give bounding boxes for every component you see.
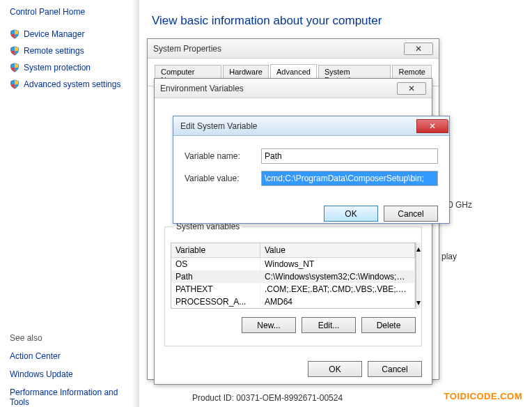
sidebar-item-advanced-settings[interactable]: Advanced system settings <box>10 79 130 89</box>
env-ok-button[interactable]: OK <box>308 361 362 377</box>
close-button[interactable]: ✕ <box>416 119 448 133</box>
edit-ok-button[interactable]: OK <box>324 206 378 222</box>
sidebar-item-label: System protection <box>24 63 91 72</box>
env-cancel-button[interactable]: Cancel <box>368 361 422 377</box>
system-properties-titlebar[interactable]: System Properties ✕ <box>148 39 439 59</box>
variable-value-input[interactable] <box>261 171 438 186</box>
system-variables-group: System variables Variable Value OSWindow… <box>164 226 422 346</box>
sidebar-item-label: Advanced system settings <box>24 79 120 89</box>
control-panel-home-link[interactable]: Control Panel Home <box>10 7 130 17</box>
sidebar-item-remote-settings[interactable]: Remote settings <box>10 46 130 56</box>
main-panel: View basic information about your comput… <box>152 0 532 40</box>
variable-name-input[interactable] <box>261 148 438 164</box>
edit-cancel-button[interactable]: Cancel <box>384 206 438 222</box>
sidebar-item-system-protection[interactable]: System protection <box>10 63 130 72</box>
edit-titlebar[interactable]: Edit System Variable ✕ <box>173 116 449 136</box>
product-id: Product ID: 00371-OEM-8992671-00524 <box>192 393 343 403</box>
scrollbar[interactable]: ▴ ▾ <box>416 243 421 309</box>
edit-variable-button[interactable]: Edit... <box>302 317 356 333</box>
see-also-action-center[interactable]: Action Center <box>10 351 130 361</box>
edit-title: Edit System Variable <box>180 121 258 131</box>
display-fragment: play <box>441 252 457 261</box>
sidebar-item-label: Device Manager <box>24 29 84 39</box>
delete-variable-button[interactable]: Delete <box>361 317 416 333</box>
close-icon: ✕ <box>408 84 415 93</box>
scroll-down-icon[interactable]: ▾ <box>416 298 421 307</box>
variable-name-label: Variable name: <box>185 151 261 161</box>
see-also-windows-update[interactable]: Windows Update <box>10 369 130 379</box>
page-title: View basic information about your comput… <box>152 14 532 28</box>
shield-icon <box>10 63 19 72</box>
env-title: Environment Variables <box>160 84 244 93</box>
column-variable[interactable]: Variable <box>171 243 260 257</box>
close-button[interactable]: ✕ <box>404 43 433 55</box>
sidebar-item-device-manager[interactable]: Device Manager <box>10 29 130 39</box>
sidebar-item-label: Remote settings <box>24 46 84 56</box>
sidebar: Control Panel Home Device Manager Remote… <box>0 0 139 407</box>
variable-value-label: Variable value: <box>185 174 261 183</box>
shield-icon <box>10 29 19 39</box>
system-properties-title: System Properties <box>153 44 221 54</box>
close-button[interactable]: ✕ <box>397 82 426 95</box>
see-also-performance-info[interactable]: Performance Information and Tools <box>10 387 130 407</box>
system-variables-table[interactable]: Variable Value OSWindows_NT PathC:\Windo… <box>171 243 416 309</box>
close-icon: ✕ <box>429 121 436 131</box>
table-row[interactable]: PATHEXT.COM;.EXE;.BAT;.CMD;.VBS;.VBE;.JS… <box>171 283 415 295</box>
shield-icon <box>10 79 19 89</box>
table-row[interactable]: PathC:\Windows\system32;C:\Windows;C:\..… <box>171 270 415 283</box>
new-variable-button[interactable]: New... <box>242 317 296 333</box>
table-row[interactable]: OSWindows_NT <box>171 258 415 270</box>
see-also-heading: See also <box>10 333 130 343</box>
table-row[interactable]: PROCESSOR_A...AMD64 <box>171 295 415 308</box>
scroll-up-icon[interactable]: ▴ <box>416 244 421 254</box>
watermark: TOIDICODE.COM <box>444 391 522 401</box>
shield-icon <box>10 46 19 56</box>
edit-variable-dialog: Edit System Variable ✕ Variable name: Va… <box>173 116 450 224</box>
column-value[interactable]: Value <box>260 243 415 257</box>
env-titlebar[interactable]: Environment Variables ✕ <box>155 79 432 98</box>
close-icon: ✕ <box>415 44 422 54</box>
